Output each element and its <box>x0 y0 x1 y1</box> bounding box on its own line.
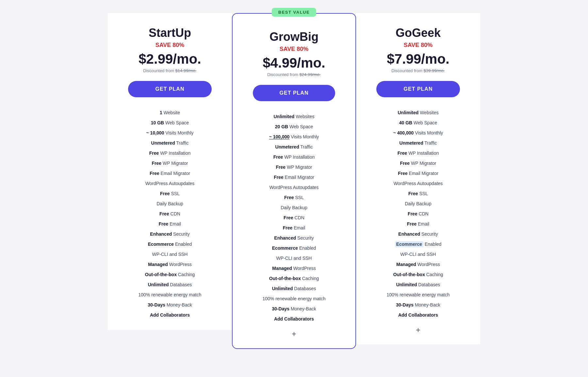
list-item: Managed WordPress <box>242 263 346 274</box>
list-item: ~ 10,000 Visits Monthly <box>118 128 222 138</box>
list-item: Free WP Installation <box>366 148 470 158</box>
list-item: Unlimited Websites <box>366 108 470 118</box>
list-item: Enhanced Security <box>118 229 222 239</box>
list-item: Free Email Migrator <box>366 168 470 179</box>
list-item: WordPress Autoupdates <box>118 179 222 189</box>
list-item: Unmetered Traffic <box>242 142 346 152</box>
list-item: Ecommerce Enabled <box>242 243 346 253</box>
plus-icon-growbig: + <box>242 329 346 338</box>
list-item: Out-of-the-box Caching <box>118 270 222 280</box>
list-item: 40 GB Web Space <box>366 118 470 128</box>
list-item: Unlimited Websites <box>242 112 346 122</box>
list-item: Daily Backup <box>366 199 470 209</box>
list-item: Add Collaborators <box>366 310 470 320</box>
list-item: Free WP Installation <box>118 148 222 158</box>
save-badge-gogeek: SAVE 80% <box>366 42 470 49</box>
get-plan-button-gogeek[interactable]: GET PLAN <box>376 81 460 97</box>
features-list-growbig: Unlimited Websites20 GB Web Space~ 100,0… <box>242 112 346 324</box>
list-item: Unmetered Traffic <box>118 138 222 148</box>
discounted-from-startup: Discounted from $14.99/mo. <box>118 68 222 73</box>
list-item: Daily Backup <box>118 199 222 209</box>
list-item: Out-of-the-box Caching <box>366 270 470 280</box>
list-item: WP-CLI and SSH <box>242 253 346 263</box>
discounted-from-gogeek: Discounted from $39.99/mo. <box>366 68 470 73</box>
list-item: 30-Days Money-Back <box>242 304 346 314</box>
plan-card-growbig: BEST VALUEGrowBigSAVE 80%$4.99/mo.Discou… <box>232 13 356 349</box>
list-item: Free WP Migrator <box>242 162 346 172</box>
plan-card-gogeek: GoGeekSAVE 80%$7.99/mo.Discounted from $… <box>356 13 480 344</box>
price-startup: $2.99/mo. <box>118 51 222 67</box>
list-item: Free WP Migrator <box>366 158 470 168</box>
save-badge-growbig: SAVE 80% <box>242 46 346 53</box>
list-item: Add Collaborators <box>242 314 346 324</box>
list-item: 10 GB Web Space <box>118 118 222 128</box>
list-item: Out-of-the-box Caching <box>242 274 346 284</box>
list-item: 30-Days Money-Back <box>118 300 222 310</box>
list-item: WordPress Autoupdates <box>242 182 346 193</box>
list-item: WP-CLI and SSH <box>118 249 222 259</box>
list-item: Unlimited Databases <box>242 284 346 294</box>
features-list-gogeek: Unlimited Websites40 GB Web Space~ 400,0… <box>366 108 470 320</box>
list-item: Enhanced Security <box>366 229 470 239</box>
list-item: Free SSL <box>366 189 470 199</box>
pricing-container: StartUpSAVE 80%$2.99/mo.Discounted from … <box>98 13 490 349</box>
list-item: Managed WordPress <box>118 259 222 270</box>
get-plan-button-startup[interactable]: GET PLAN <box>128 81 212 97</box>
list-item: Enhanced Security <box>242 233 346 243</box>
list-item: Unlimited Databases <box>118 280 222 290</box>
list-item: ~ 100,000 Visits Monthly <box>242 132 346 142</box>
list-item: Ecommerce Enabled <box>366 239 470 249</box>
plan-name-gogeek: GoGeek <box>366 26 470 40</box>
list-item: 20 GB Web Space <box>242 122 346 132</box>
list-item: 1 Website <box>118 108 222 118</box>
save-badge-startup: SAVE 80% <box>118 42 222 49</box>
features-list-startup: 1 Website10 GB Web Space~ 10,000 Visits … <box>118 108 222 320</box>
list-item: Free CDN <box>366 209 470 219</box>
list-item: Unmetered Traffic <box>366 138 470 148</box>
list-item: Free Email <box>118 219 222 229</box>
list-item: Free Email <box>366 219 470 229</box>
list-item: Free WP Installation <box>242 152 346 162</box>
list-item: Free SSL <box>118 189 222 199</box>
list-item: Free SSL <box>242 193 346 203</box>
list-item: 30-Days Money-Back <box>366 300 470 310</box>
list-item: Free Email Migrator <box>118 168 222 179</box>
list-item: Free WP Migrator <box>118 158 222 168</box>
list-item: WordPress Autoupdates <box>366 179 470 189</box>
list-item: Daily Backup <box>242 203 346 213</box>
list-item: Free CDN <box>118 209 222 219</box>
plan-card-startup: StartUpSAVE 80%$2.99/mo.Discounted from … <box>108 13 232 330</box>
price-gogeek: $7.99/mo. <box>366 51 470 67</box>
list-item: 100% renewable energy match <box>118 290 222 300</box>
get-plan-button-growbig[interactable]: GET PLAN <box>253 85 335 101</box>
list-item: 100% renewable energy match <box>242 294 346 304</box>
list-item: Add Collaborators <box>118 310 222 320</box>
plan-name-startup: StartUp <box>118 26 222 40</box>
discounted-from-growbig: Discounted from $24.99/mo. <box>242 72 346 77</box>
list-item: Unlimited Databases <box>366 280 470 290</box>
list-item: WP-CLI and SSH <box>366 249 470 259</box>
plan-name-growbig: GrowBig <box>242 30 346 44</box>
list-item: 100% renewable energy match <box>366 290 470 300</box>
list-item: Free CDN <box>242 213 346 223</box>
best-value-badge: BEST VALUE <box>272 8 316 17</box>
plus-icon-gogeek: + <box>366 325 470 335</box>
list-item: Free Email <box>242 223 346 233</box>
list-item: Ecommerce Enabled <box>118 239 222 249</box>
price-growbig: $4.99/mo. <box>242 55 346 71</box>
list-item: Managed WordPress <box>366 259 470 270</box>
list-item: Free Email Migrator <box>242 172 346 182</box>
list-item: ~ 400,000 Visits Monthly <box>366 128 470 138</box>
